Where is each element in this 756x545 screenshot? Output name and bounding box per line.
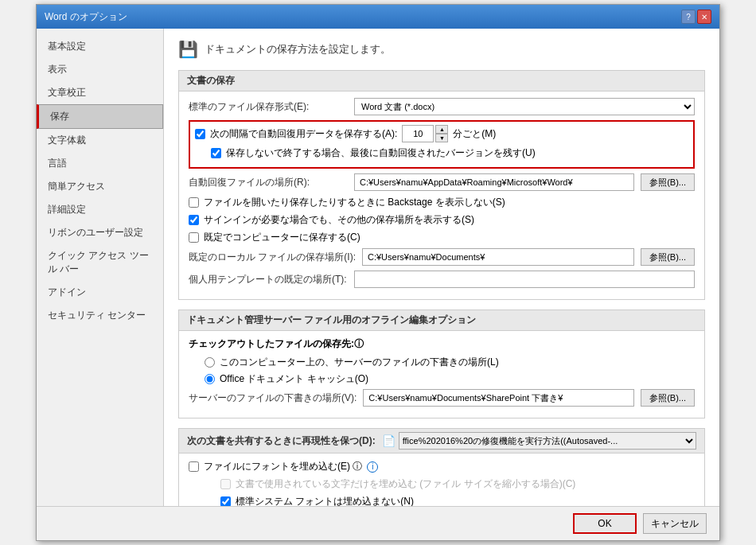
title-bar: Word のオプション ? ✕: [37, 5, 719, 29]
online-checkbox[interactable]: [189, 215, 199, 225]
sidebar-item-language[interactable]: 言語: [37, 152, 163, 175]
sharing-group: 次の文書を共有するときに再現性を保つ(D): 📄 ffice%202016%20…: [178, 428, 705, 506]
local-path-row: 既定のローカル ファイルの保存場所(I): C:¥Users¥namu¥Docu…: [189, 248, 695, 266]
dialog-title: Word のオプション: [45, 10, 127, 24]
word-options-dialog: Word のオプション ? ✕ 基本設定 表示 文章校正 保存 文字体裁 言語 …: [36, 4, 720, 541]
online-row: サインインが必要な場合でも、その他の保存場所を表示する(S): [189, 213, 695, 227]
sidebar-item-basic[interactable]: 基本設定: [37, 35, 163, 58]
embed-system-checkbox[interactable]: [220, 496, 231, 506]
sidebar-item-ribbon[interactable]: リボンのユーザー設定: [37, 221, 163, 244]
title-bar-buttons: ? ✕: [681, 10, 711, 24]
server-radio1-row: このコンピューター上の、サーバーのファイルの下書きの場所(L): [205, 356, 695, 369]
auto-recover-unit: 分ごと(M): [453, 127, 496, 141]
auto-recover-path-row: 自動回復ファイルの場所(R): C:¥Users¥namu¥AppData¥Ro…: [189, 173, 695, 191]
sidebar-item-quickaccess[interactable]: クイック アクセス ツール バー: [37, 244, 163, 281]
save-group: 文書の保存 標準のファイル保存形式(E): Word 文書 (*.docx) 次…: [178, 70, 705, 300]
sidebar-item-save[interactable]: 保存: [37, 104, 163, 129]
sharing-dropdown-group: 📄 ffice%202016%20の修復機能を実行方法((Autosaved-.…: [382, 432, 696, 450]
local-path-input[interactable]: C:¥Users¥namu¥Documents¥: [362, 248, 634, 266]
sidebar-item-advanced[interactable]: 詳細設定: [37, 198, 163, 221]
dialog-body: 基本設定 表示 文章校正 保存 文字体裁 言語 簡単アクセス 詳細設定 リボンの…: [37, 29, 719, 506]
spinner-up[interactable]: ▲: [435, 125, 448, 134]
auto-recover-checkbox[interactable]: [195, 129, 205, 139]
ok-button[interactable]: OK: [573, 513, 637, 534]
save-computer-label: 既定でコンピューターに保存する(C): [204, 231, 360, 244]
backstage-row: ファイルを開いたり保存したりするときに Backstage を表示しない(S): [189, 196, 695, 209]
file-format-label: 標準のファイル保存形式(E):: [189, 100, 348, 114]
embed-chars-checkbox[interactable]: [220, 479, 231, 489]
word-doc-icon: 📄: [382, 434, 396, 447]
template-path-input[interactable]: [354, 271, 695, 288]
sidebar-item-accessibility[interactable]: 簡単アクセス: [37, 175, 163, 198]
sharing-doc-select[interactable]: ffice%202016%20の修復機能を実行方法((Autosaved-...: [399, 432, 696, 450]
keep-version-label: 保存しないで終了する場合、最後に自動回復されたバージョンを残す(U): [226, 146, 536, 160]
server-group: ドキュメント管理サーバー ファイル用のオフライン編集オプション チェックアウトし…: [178, 309, 705, 418]
server-radio1[interactable]: [205, 357, 215, 368]
server-path-label: サーバーのファイルの下書きの場所(V):: [189, 391, 357, 405]
save-computer-checkbox[interactable]: [189, 232, 199, 243]
spinner-down[interactable]: ▼: [435, 134, 448, 142]
cancel-button[interactable]: キャンセル: [643, 513, 707, 534]
sidebar-item-proofing[interactable]: 文章校正: [37, 81, 163, 104]
spinner-buttons: ▲ ▼: [435, 125, 448, 142]
embed-fonts-row: ファイルにフォントを埋め込む(E) ⓘ i: [189, 460, 695, 473]
server-path-input[interactable]: C:¥Users¥namu¥Documents¥SharePoint 下書き¥: [363, 389, 634, 407]
server-path-row: サーバーのファイルの下書きの場所(V): C:¥Users¥namu¥Docum…: [189, 389, 695, 407]
embed-system-label: 標準システム フォントは埋め込まない(N): [236, 495, 414, 506]
sharing-group-title: 次の文書を共有するときに再現性を保つ(D): 📄 ffice%202016%20…: [179, 429, 704, 454]
template-path-label: 個人用テンプレートの既定の場所(T):: [189, 273, 348, 286]
auto-recover-row: 次の間隔で自動回復用データを保存する(A): 10 ▲ ▼ 分ごと(M): [195, 125, 688, 142]
embed-chars-label: 文書で使用されている文字だけを埋め込む (ファイル サイズを縮小する場合)(C): [236, 477, 575, 491]
section-header: 💾 ドキュメントの保存方法を設定します。: [178, 40, 705, 59]
embed-fonts-info[interactable]: i: [367, 461, 378, 473]
sidebar-item-typography[interactable]: 文字体裁: [37, 129, 163, 152]
embed-system-row: 標準システム フォントは埋め込まない(N): [220, 495, 695, 506]
keep-version-row: 保存しないで終了する場合、最後に自動回復されたバージョンを残す(U): [211, 146, 688, 160]
auto-recover-path-input[interactable]: C:¥Users¥namu¥AppData¥Roaming¥Microsoft¥…: [354, 173, 634, 191]
close-button[interactable]: ✕: [697, 10, 711, 24]
help-button[interactable]: ?: [681, 10, 696, 24]
embed-chars-row: 文書で使用されている文字だけを埋め込む (ファイル サイズを縮小する場合)(C): [220, 477, 695, 491]
auto-recover-group: 次の間隔で自動回復用データを保存する(A): 10 ▲ ▼ 分ごと(M): [189, 120, 695, 169]
main-content: 💾 ドキュメントの保存方法を設定します。 文書の保存 標準のファイル保存形式(E…: [164, 29, 719, 506]
auto-recover-path-label: 自動回復ファイルの場所(R):: [189, 176, 348, 189]
local-path-label: 既定のローカル ファイルの保存場所(I):: [189, 251, 356, 264]
save-computer-row: 既定でコンピューターに保存する(C): [189, 231, 695, 244]
save-group-title: 文書の保存: [179, 71, 704, 91]
server-radio1-label: このコンピューター上の、サーバーのファイルの下書きの場所(L): [220, 356, 499, 369]
sidebar-item-security[interactable]: セキュリティ センター: [37, 304, 163, 327]
file-format-row: 標準のファイル保存形式(E): Word 文書 (*.docx): [189, 98, 695, 115]
auto-recover-minutes[interactable]: 10: [402, 125, 434, 142]
file-format-select[interactable]: Word 文書 (*.docx): [354, 98, 695, 115]
server-radio2-row: Office ドキュメント キャッシュ(O): [205, 372, 695, 386]
keep-version-checkbox[interactable]: [211, 148, 221, 158]
backstage-label: ファイルを開いたり保存したりするときに Backstage を表示しない(S): [204, 196, 505, 209]
dialog-footer: OK キャンセル: [37, 506, 719, 540]
sidebar-item-addin[interactable]: アドイン: [37, 281, 163, 304]
save-icon: 💾: [178, 40, 198, 59]
spinner-group: 10 ▲ ▼: [402, 125, 448, 142]
auto-recover-label: 次の間隔で自動回復用データを保存する(A):: [210, 127, 397, 141]
server-radio2-label: Office ドキュメント キャッシュ(O): [220, 372, 368, 386]
browse-local-btn[interactable]: 参照(B)...: [641, 248, 695, 266]
backstage-checkbox[interactable]: [189, 197, 199, 208]
embed-fonts-label: ファイルにフォントを埋め込む(E) ⓘ: [204, 460, 362, 473]
browse-auto-recover-btn[interactable]: 参照(B)...: [641, 173, 695, 191]
server-group-title: ドキュメント管理サーバー ファイル用のオフライン編集オプション: [179, 310, 704, 331]
sidebar-item-display[interactable]: 表示: [37, 58, 163, 81]
browse-server-btn[interactable]: 参照(B)...: [641, 389, 695, 407]
checkout-label: チェックアウトしたファイルの保存先:ⓘ: [189, 337, 695, 351]
server-radio2[interactable]: [205, 374, 215, 384]
section-title: ドキュメントの保存方法を設定します。: [205, 42, 391, 56]
sidebar: 基本設定 表示 文章校正 保存 文字体裁 言語 簡単アクセス 詳細設定 リボンの…: [37, 29, 164, 506]
embed-fonts-checkbox[interactable]: [189, 461, 199, 472]
online-label: サインインが必要な場合でも、その他の保存場所を表示する(S): [204, 213, 474, 227]
template-path-row: 個人用テンプレートの既定の場所(T):: [189, 271, 695, 288]
